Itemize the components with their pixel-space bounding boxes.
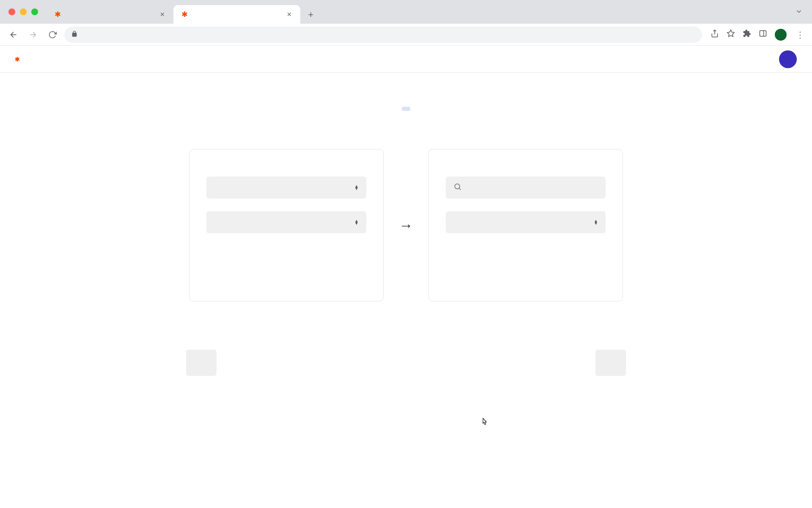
source-card: ▲▼ ▲▼ bbox=[189, 149, 384, 301]
cursor-pointer-icon bbox=[480, 417, 488, 429]
svg-line-7 bbox=[459, 188, 461, 190]
window-close-button[interactable] bbox=[8, 8, 15, 15]
main-content: ▲▼ ▲▼ → ▲▼ bbox=[0, 73, 812, 376]
forward-button[interactable] bbox=[25, 27, 41, 42]
user-avatar[interactable] bbox=[779, 50, 797, 68]
next-step-button bbox=[595, 350, 626, 376]
browser-tab-1[interactable]: ✱ ✕ bbox=[173, 5, 300, 24]
svg-rect-4 bbox=[760, 30, 766, 36]
chrome-profile-avatar[interactable] bbox=[775, 29, 787, 41]
beta-badge bbox=[402, 107, 410, 111]
nav-button-row bbox=[186, 350, 626, 376]
svg-marker-3 bbox=[727, 30, 735, 37]
source-data-select[interactable]: ▲▼ bbox=[206, 211, 366, 233]
close-tab-icon[interactable]: ✕ bbox=[285, 10, 294, 19]
select-arrows-icon: ▲▼ bbox=[594, 220, 598, 225]
destination-action-select[interactable]: ▲▼ bbox=[446, 211, 606, 233]
arrow-right-icon: → bbox=[399, 217, 413, 234]
address-bar[interactable] bbox=[64, 27, 702, 43]
close-tab-icon[interactable]: ✕ bbox=[158, 10, 167, 19]
chevron-down-icon[interactable] bbox=[795, 8, 803, 17]
browser-tab-0[interactable]: ✱ ✕ bbox=[47, 5, 173, 24]
toolbar-right: ⋮ bbox=[710, 29, 806, 41]
sidepanel-icon[interactable] bbox=[759, 29, 767, 40]
source-app-select[interactable]: ▲▼ bbox=[206, 177, 366, 199]
destination-card: ▲▼ bbox=[428, 149, 623, 301]
back-step-button[interactable] bbox=[186, 350, 217, 376]
select-arrows-icon: ▲▼ bbox=[354, 185, 359, 190]
select-arrows-icon: ▲▼ bbox=[354, 220, 359, 225]
back-button[interactable] bbox=[6, 27, 21, 42]
browser-tab-strip: ✱ ✕ ✱ ✕ + bbox=[0, 0, 812, 24]
zapier-favicon-icon: ✱ bbox=[53, 10, 62, 19]
zapier-favicon-icon: ✱ bbox=[180, 10, 189, 19]
window-minimize-button[interactable] bbox=[20, 8, 27, 15]
star-icon[interactable] bbox=[727, 29, 735, 40]
window-maximize-button[interactable] bbox=[31, 8, 38, 15]
browser-toolbar: ⋮ bbox=[0, 24, 812, 46]
app-header bbox=[0, 46, 812, 73]
search-icon bbox=[453, 182, 462, 193]
share-icon[interactable] bbox=[710, 29, 719, 40]
extensions-icon[interactable] bbox=[743, 29, 751, 40]
lock-icon bbox=[71, 30, 78, 39]
reload-button[interactable] bbox=[45, 27, 60, 42]
cards-row: ▲▼ ▲▼ → ▲▼ bbox=[189, 149, 623, 301]
svg-point-6 bbox=[455, 184, 460, 189]
destination-app-search[interactable] bbox=[446, 177, 606, 199]
chrome-menu-icon[interactable]: ⋮ bbox=[794, 30, 806, 40]
new-tab-button[interactable]: + bbox=[303, 7, 319, 23]
traffic-lights bbox=[8, 8, 38, 15]
